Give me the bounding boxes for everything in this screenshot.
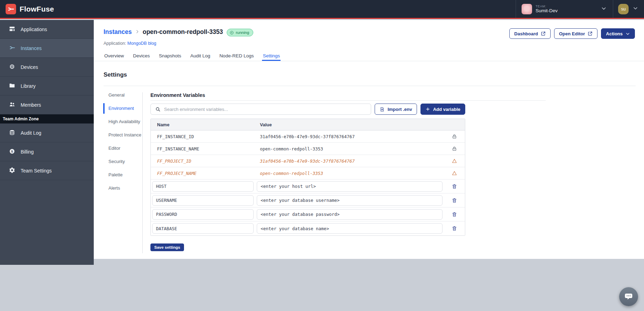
subnav-item-protect-instance[interactable]: Protect Instance	[108, 132, 142, 138]
lock-icon	[444, 146, 465, 151]
chevron-down-icon	[633, 6, 638, 12]
subnav-item-security[interactable]: Security	[108, 159, 142, 164]
lock-icon	[444, 134, 465, 139]
header-buttons: Dashboard Open Editor Actions	[509, 28, 635, 39]
table-row: FF_PROJECT_NAME open-common-redpoll-3353	[151, 167, 465, 179]
tab-snapshots[interactable]: Snapshots	[159, 51, 181, 61]
subnav-item-general[interactable]: General	[108, 92, 142, 98]
team-admin-zone-label: Team Admin Zone	[0, 114, 94, 123]
sidebar-item-label: Team Settings	[21, 168, 52, 174]
sidebar-item-library[interactable]: Library	[0, 77, 94, 96]
open-editor-button-label: Open Editor	[559, 31, 585, 36]
settings-subnav: General Environment High Availability Pr…	[108, 92, 142, 199]
column-header-value: Value	[256, 122, 444, 127]
top-navbar: FlowFuse TEAM: Sumit-Dev su	[0, 0, 644, 19]
status-badge: running	[227, 29, 253, 36]
sidebar-item-instances[interactable]: Instances	[0, 39, 94, 58]
application-link[interactable]: MongoDB blog	[127, 41, 156, 46]
sidebar-item-members[interactable]: Members	[0, 96, 94, 114]
table-row	[151, 207, 465, 221]
import-env-button[interactable]: Import .env	[375, 104, 417, 115]
instances-icon	[9, 44, 15, 52]
chevron-down-icon	[601, 6, 607, 13]
env-var-value-input[interactable]	[257, 209, 443, 220]
save-settings-button[interactable]: Save settings	[150, 243, 184, 251]
billing-icon: $	[9, 148, 15, 156]
chevron-down-icon	[625, 31, 630, 36]
chevron-right-icon	[135, 28, 140, 36]
external-link-icon	[541, 31, 546, 36]
env-var-name-input[interactable]	[152, 181, 254, 192]
environment-divider	[150, 100, 546, 101]
settings-heading: Settings	[104, 71, 127, 78]
delete-variable-button[interactable]	[451, 225, 458, 232]
add-variable-button[interactable]: Add variable	[420, 104, 465, 115]
subnav-item-palette[interactable]: Palette	[108, 172, 142, 178]
chat-launcher[interactable]	[619, 287, 638, 306]
table-row	[151, 193, 465, 207]
sidebar-item-label: Audit Log	[21, 130, 41, 136]
chat-bubble-icon	[624, 292, 634, 302]
env-var-name-input[interactable]	[152, 209, 254, 220]
tab-settings[interactable]: Settings	[263, 51, 280, 61]
sidebar-item-devices[interactable]: Devices	[0, 58, 94, 77]
delete-variable-button[interactable]	[451, 197, 458, 204]
application-label: Application:	[104, 41, 126, 46]
env-var-value-input[interactable]	[257, 223, 443, 234]
main-panel: Instances open-common-redpoll-3353 runni…	[94, 20, 644, 259]
flowfuse-logo[interactable]: FlowFuse	[0, 4, 54, 14]
subnav-item-high-availability[interactable]: High Availability	[108, 119, 142, 125]
sidebar-item-label: Billing	[21, 149, 34, 155]
column-header-name: Name	[151, 122, 256, 127]
sidebar-item-billing[interactable]: $ Billing	[0, 142, 94, 161]
warning-icon	[444, 170, 465, 176]
sidebar-item-label: Library	[21, 83, 36, 89]
brand-name: FlowFuse	[20, 5, 54, 13]
sidebar-item-label: Members	[21, 102, 41, 108]
tab-node-red-logs[interactable]: Node-RED Logs	[219, 51, 254, 61]
env-var-name-input[interactable]	[152, 195, 254, 206]
sidebar-item-label: Instances	[21, 45, 42, 51]
env-var-name: FF_PROJECT_ID	[151, 158, 256, 164]
delete-variable-button[interactable]	[451, 211, 458, 218]
env-var-value-input[interactable]	[257, 195, 443, 206]
search-input[interactable]	[164, 107, 367, 112]
table-row: FF_PROJECT_ID 31af0456-e70b-47e9-93dc-37…	[151, 155, 465, 167]
subnav-item-editor[interactable]: Editor	[108, 146, 142, 151]
team-selector[interactable]: TEAM: Sumit-Dev	[516, 0, 613, 18]
env-var-name: FF_PROJECT_NAME	[151, 171, 256, 176]
dashboard-button[interactable]: Dashboard	[509, 28, 551, 39]
plus-icon	[425, 107, 430, 112]
gear-icon	[9, 167, 15, 175]
search-icon	[155, 106, 161, 112]
environment-heading: Environment Variables	[150, 92, 546, 98]
tab-audit-log[interactable]: Audit Log	[190, 51, 210, 61]
search-box	[150, 104, 371, 115]
flowfuse-logo-icon	[6, 4, 16, 14]
dashboard-button-label: Dashboard	[514, 31, 538, 36]
sidebar: Applications Instances Devices Library M…	[0, 20, 94, 265]
env-var-name: FF_INSTANCE_ID	[151, 134, 256, 139]
team-label: TEAM:	[536, 5, 558, 8]
library-icon	[9, 82, 15, 90]
subnav-item-environment[interactable]: Environment	[108, 106, 142, 111]
sidebar-item-team-settings[interactable]: Team Settings	[0, 161, 94, 180]
env-var-name: FF_INSTANCE_NAME	[151, 146, 256, 151]
instance-tabs: Overview Devices Snapshots Audit Log Nod…	[104, 51, 280, 61]
breadcrumb-instances-link[interactable]: Instances	[104, 28, 132, 36]
tab-overview[interactable]: Overview	[104, 51, 124, 61]
warning-icon	[444, 158, 465, 164]
subnav-item-alerts[interactable]: Alerts	[108, 185, 142, 191]
tab-devices[interactable]: Devices	[133, 51, 150, 61]
add-variable-label: Add variable	[433, 107, 460, 112]
import-file-icon	[380, 107, 385, 112]
actions-button[interactable]: Actions	[601, 28, 635, 39]
sidebar-item-audit-log[interactable]: Audit Log	[0, 123, 94, 142]
open-editor-button[interactable]: Open Editor	[554, 28, 597, 39]
env-var-name-input[interactable]	[152, 223, 254, 234]
user-menu[interactable]: su	[613, 0, 644, 18]
sidebar-item-label: Devices	[21, 64, 38, 70]
sidebar-item-applications[interactable]: Applications	[0, 20, 94, 39]
env-var-value-input[interactable]	[257, 181, 443, 192]
delete-variable-button[interactable]	[451, 183, 458, 190]
